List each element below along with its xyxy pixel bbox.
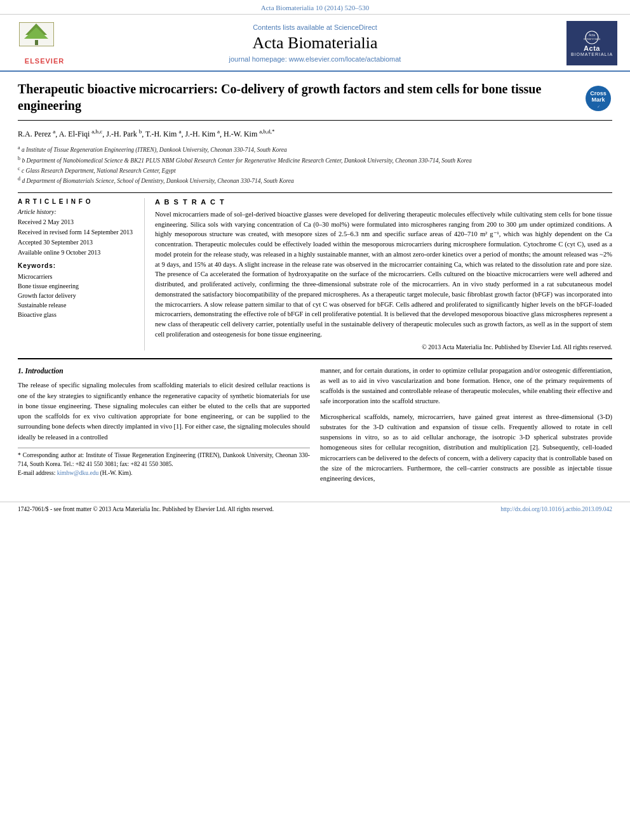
body-section: 1. Introduction The release of specific … <box>18 358 612 490</box>
elsevier-label: ELSEVIER <box>25 57 64 65</box>
sciencedirect-link-text[interactable]: ScienceDirect <box>334 23 377 31</box>
keywords-label: Keywords: <box>18 262 137 269</box>
email-link[interactable]: kimhw@dku.edu <box>57 470 98 476</box>
abstract-label: A B S T R A C T <box>155 198 612 206</box>
journal-homepage: journal homepage: www.elsevier.com/locat… <box>76 55 554 63</box>
intro-paragraph-3: Microspherical scaffolds, namely, microc… <box>320 412 612 484</box>
elsevier-tree-icon <box>19 22 54 46</box>
article-title-text: Therapeutic bioactive microcarriers: Co-… <box>18 81 584 114</box>
article-title: Therapeutic bioactive microcarriers: Co-… <box>18 81 575 114</box>
email-label: E-mail address: <box>18 470 57 476</box>
article-info-col: A R T I C L E I N F O Article history: R… <box>18 198 145 350</box>
available-online-date: Available online 9 October 2013 <box>18 248 137 257</box>
svg-rect-1 <box>35 40 38 45</box>
acta-title-line1: Acta <box>584 44 600 52</box>
journal-title: Acta Biomaterialia <box>76 34 554 53</box>
acta-logo-container: Acta BIOMATERIALIA Acta BIOMATERIALIA <box>554 21 617 65</box>
journal-header: ELSEVIER Contents lists available at Sci… <box>0 15 630 72</box>
keyword-2: Bone tissue engineering <box>18 281 137 291</box>
intro-paragraph-1: The release of specific signaling molecu… <box>18 380 310 443</box>
section1-heading: 1. Introduction <box>18 366 310 377</box>
body-col-left: 1. Introduction The release of specific … <box>18 366 310 490</box>
citation-text: Acta Biomaterialia 10 (2014) 520–530 <box>261 4 369 11</box>
keyword-3: Growth factor delivery <box>18 291 137 300</box>
email-author: (H.-W. Kim). <box>98 470 132 476</box>
page-wrapper: Acta Biomaterialia 10 (2014) 520–530 ELS… <box>0 0 630 840</box>
affiliation-c: c c Glass Research Department, National … <box>18 165 612 175</box>
acta-title-line2: BIOMATERIALIA <box>571 52 613 57</box>
keyword-5: Bioactive glass <box>18 310 137 319</box>
received-revised-date: Received in revised form 14 September 20… <box>18 228 137 237</box>
footnote-email: E-mail address: kimhw@dku.edu (H.-W. Kim… <box>18 469 310 477</box>
body-col-right: manner, and for certain durations, in or… <box>320 366 612 490</box>
intro-paragraph-2: manner, and for certain durations, in or… <box>320 366 612 407</box>
copyright-line: © 2013 Acta Materialia Inc. Published by… <box>155 343 612 350</box>
elsevier-logo-container: ELSEVIER <box>13 22 76 65</box>
abstract-text: Novel microcarriers made of sol–gel-deri… <box>155 210 612 340</box>
svg-text:Cross: Cross <box>590 90 607 97</box>
issn-text: 1742-7061/$ - see front matter © 2013 Ac… <box>18 506 274 512</box>
article-content: Therapeutic bioactive microcarriers: Co-… <box>0 72 630 495</box>
article-info-label: A R T I C L E I N F O <box>18 198 137 205</box>
accepted-date: Accepted 30 September 2013 <box>18 238 137 247</box>
journal-header-center: Contents lists available at ScienceDirec… <box>76 23 554 63</box>
footnote-section: * Corresponding author at: Institute of … <box>18 448 310 478</box>
footnote-corresponding: * Corresponding author at: Institute of … <box>18 451 310 469</box>
crossmark-icon: Cross Mark ✓ <box>584 84 612 112</box>
bottom-bar: 1742-7061/$ - see front matter © 2013 Ac… <box>0 502 630 516</box>
sciencedirect-text: Contents lists available at ScienceDirec… <box>76 23 554 31</box>
history-label: Article history: <box>18 208 137 217</box>
svg-text:Mark: Mark <box>591 97 605 103</box>
abstract-col: A B S T R A C T Novel microcarriers made… <box>155 198 612 350</box>
affiliation-d: d d Department of Biomaterials Science, … <box>18 175 612 185</box>
svg-text:✓: ✓ <box>597 105 600 109</box>
keyword-1: Microcarriers <box>18 272 137 281</box>
affiliations: a a Institute of Tissue Regeneration Eng… <box>18 144 612 186</box>
doi-link[interactable]: http://dx.doi.org/10.1016/j.actbio.2013.… <box>500 506 612 512</box>
info-abstract-section: A R T I C L E I N F O Article history: R… <box>18 192 612 350</box>
affiliation-a: a a Institute of Tissue Regeneration Eng… <box>18 144 612 154</box>
svg-text:Acta: Acta <box>589 33 595 37</box>
keywords-list: Microcarriers Bone tissue engineering Gr… <box>18 272 137 319</box>
acta-logo-icon: Acta BIOMATERIALIA <box>582 30 601 44</box>
affiliation-b: b b Department of Nanobiomedical Science… <box>18 155 612 165</box>
citation-bar: Acta Biomaterialia 10 (2014) 520–530 <box>0 0 630 15</box>
article-title-section: Therapeutic bioactive microcarriers: Co-… <box>18 81 612 121</box>
received-date: Received 2 May 2013 <box>18 218 137 227</box>
elsevier-logo <box>19 22 70 57</box>
crossmark-badge[interactable]: Cross Mark ✓ <box>584 84 612 112</box>
keywords-section: Keywords: Microcarriers Bone tissue engi… <box>18 262 137 319</box>
svg-text:BIOMATERIALIA: BIOMATERIALIA <box>584 38 601 41</box>
acta-logo: Acta BIOMATERIALIA Acta BIOMATERIALIA <box>566 21 617 65</box>
keyword-4: Sustainable release <box>18 300 137 310</box>
authors-line: R.A. Perez a, A. El-Fiqi a,b,c, J.-H. Pa… <box>18 127 612 140</box>
contents-label: Contents lists available at <box>253 23 334 31</box>
